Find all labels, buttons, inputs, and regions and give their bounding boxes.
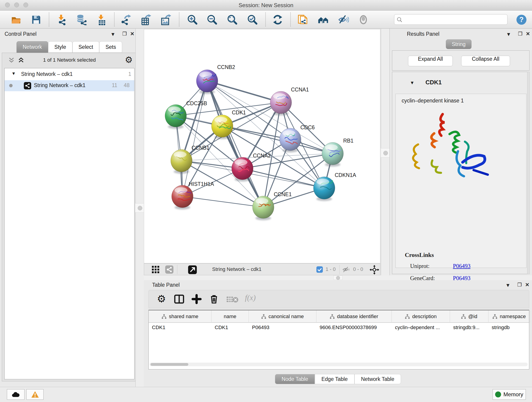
- table-hscrollbar-thumb[interactable]: [151, 363, 188, 366]
- column-type-icon: [492, 314, 497, 319]
- cell-description[interactable]: cyclin–dependent ...: [392, 323, 450, 332]
- network-node-CDK1[interactable]: CDK1: [211, 109, 246, 139]
- cell-namespace[interactable]: stringdb: [488, 323, 530, 332]
- network-node-CCNB2[interactable]: CCNB2: [196, 64, 235, 94]
- delete-column-icon[interactable]: [209, 294, 219, 304]
- zoom-fit-icon[interactable]: [227, 14, 238, 25]
- column-header-name[interactable]: name: [211, 310, 249, 323]
- network-collection-row[interactable]: ▼ String Network – cdk1 1: [5, 69, 134, 80]
- delete-table-icon[interactable]: [226, 296, 239, 303]
- add-column-icon[interactable]: [191, 294, 202, 304]
- bottom-splitter-handle[interactable]: [333, 275, 342, 280]
- tab-select[interactable]: Select: [72, 41, 99, 53]
- control-panel-menu-icon[interactable]: ▼: [110, 32, 115, 37]
- node-label-CDKN1A: CDKN1A: [335, 172, 356, 178]
- export-table-icon[interactable]: [140, 14, 152, 25]
- import-network-file-icon[interactable]: [57, 14, 68, 25]
- column-header-shared-name[interactable]: shared name: [149, 310, 211, 323]
- table-row[interactable]: CDK1CDK1P064939606.ENSP00000378699cyclin…: [149, 323, 529, 332]
- cell-id[interactable]: stringdb:9...: [450, 323, 488, 332]
- network-node-count: 11: [112, 82, 117, 89]
- network-canvas[interactable]: CCNB2CCNA1CDC25BCDK1CDC6RB1CCNB1CCNA2CDK…: [144, 29, 380, 263]
- expand-all-button[interactable]: Expand All: [408, 56, 453, 66]
- cell-canonical-name[interactable]: P06493: [249, 323, 317, 332]
- table-type-tabs: Node TableEdge TableNetwork Table: [144, 374, 532, 384]
- table-options-gear-icon[interactable]: ⚙: [157, 294, 166, 304]
- results-panel-menu-icon[interactable]: ▼: [506, 32, 511, 37]
- network-edge[interactable]: [207, 81, 281, 102]
- save-session-icon[interactable]: [31, 14, 42, 25]
- new-network-from-selection-icon[interactable]: [298, 14, 308, 25]
- memory-button[interactable]: Memory: [493, 389, 526, 400]
- results-panel-float-icon[interactable]: ❐: [518, 31, 523, 37]
- birds-eye-view-icon[interactable]: [152, 265, 160, 274]
- column-header-description[interactable]: description: [392, 310, 450, 323]
- left-splitter-handle[interactable]: [135, 203, 144, 212]
- selected-checkbox-icon[interactable]: [317, 266, 323, 273]
- control-panel-float-icon[interactable]: ❐: [122, 31, 127, 37]
- column-header-namespace[interactable]: namespace: [488, 310, 530, 323]
- zoom-in-icon[interactable]: [187, 14, 198, 25]
- column-header-canonical-name[interactable]: canonical name: [249, 310, 317, 323]
- results-panel-close-icon[interactable]: ✕: [526, 31, 530, 37]
- bottom-splitter[interactable]: [144, 275, 532, 280]
- tab-edge-table[interactable]: Edge Table: [315, 374, 355, 384]
- table-panel-close-icon[interactable]: ✕: [525, 282, 529, 288]
- results-scrollbar[interactable]: [527, 72, 530, 274]
- right-splitter-handle[interactable]: [381, 148, 390, 157]
- network-graph[interactable]: CCNB2CCNA1CDC25BCDK1CDC6RB1CCNB1CCNA2CDK…: [144, 29, 380, 263]
- table-hscrollbar[interactable]: [150, 363, 528, 366]
- cell-database-identifier[interactable]: 9606.ENSP00000378699: [317, 323, 392, 332]
- cloud-button[interactable]: [7, 389, 25, 400]
- collapse-all-button[interactable]: Collapse All: [461, 56, 510, 66]
- import-table-file-icon[interactable]: [96, 14, 107, 25]
- network-node-RB1[interactable]: RB1: [322, 138, 354, 167]
- column-header-id[interactable]: @id: [450, 310, 488, 323]
- pan-crosshair-icon[interactable]: [370, 265, 379, 274]
- cell-shared-name[interactable]: CDK1: [149, 323, 211, 332]
- network-edge[interactable]: [207, 81, 263, 207]
- tab-sets[interactable]: Sets: [99, 41, 122, 53]
- warning-button[interactable]: [26, 389, 44, 400]
- help-icon[interactable]: ?: [516, 14, 527, 25]
- network-node-HIST1H1A[interactable]: HIST1H1A: [172, 181, 214, 210]
- network-list-header: 1 of 1 Network selected ⚙: [2, 53, 137, 68]
- protein-expander-icon[interactable]: ▼: [410, 80, 414, 85]
- apply-layout-icon[interactable]: [272, 14, 283, 25]
- network-edge[interactable]: [182, 196, 263, 207]
- network-row-selected[interactable]: String Network – cdk1 11 48: [5, 80, 134, 91]
- function-builder-icon[interactable]: f(x): [245, 293, 256, 302]
- column-type-icon: [330, 314, 335, 319]
- tab-style[interactable]: Style: [48, 41, 72, 53]
- export-network-icon[interactable]: [121, 14, 132, 25]
- tab-node-table[interactable]: Node Table: [275, 374, 315, 384]
- open-session-icon[interactable]: [11, 14, 22, 25]
- hide-selected-icon[interactable]: [338, 14, 349, 25]
- crosslink-link-uniprot[interactable]: P06493: [453, 263, 470, 269]
- show-columns-icon[interactable]: [174, 294, 184, 304]
- tab-network-table[interactable]: Network Table: [355, 374, 401, 384]
- network-edge[interactable]: [182, 81, 207, 196]
- zoom-selected-icon[interactable]: [247, 14, 258, 25]
- network-edge[interactable]: [242, 168, 324, 188]
- control-panel-close-icon[interactable]: ✕: [130, 31, 134, 37]
- network-node-CDKN1A[interactable]: CDKN1A: [313, 172, 356, 201]
- network-view-share-icon[interactable]: [165, 265, 173, 274]
- collection-expander-icon[interactable]: ▼: [12, 71, 16, 76]
- network-options-gear-icon[interactable]: ⚙: [125, 55, 133, 65]
- table-panel-menu-icon[interactable]: ▼: [505, 282, 510, 288]
- zoom-out-icon[interactable]: [207, 14, 218, 25]
- first-neighbors-icon[interactable]: [318, 14, 329, 25]
- import-network-database-icon[interactable]: [76, 14, 87, 25]
- column-header-database-identifier[interactable]: database identifier: [317, 310, 392, 323]
- hidden-eye-icon[interactable]: [342, 266, 350, 273]
- cell-name[interactable]: CDK1: [211, 323, 249, 332]
- show-all-icon[interactable]: [358, 14, 369, 25]
- detach-view-icon[interactable]: [188, 265, 197, 274]
- table-panel-float-icon[interactable]: ❐: [517, 282, 522, 288]
- tab-network[interactable]: Network: [17, 41, 48, 53]
- tab-string[interactable]: String: [446, 39, 472, 49]
- export-image-icon[interactable]: [160, 14, 171, 25]
- left-splitter[interactable]: [135, 29, 144, 387]
- search-input[interactable]: [404, 15, 505, 24]
